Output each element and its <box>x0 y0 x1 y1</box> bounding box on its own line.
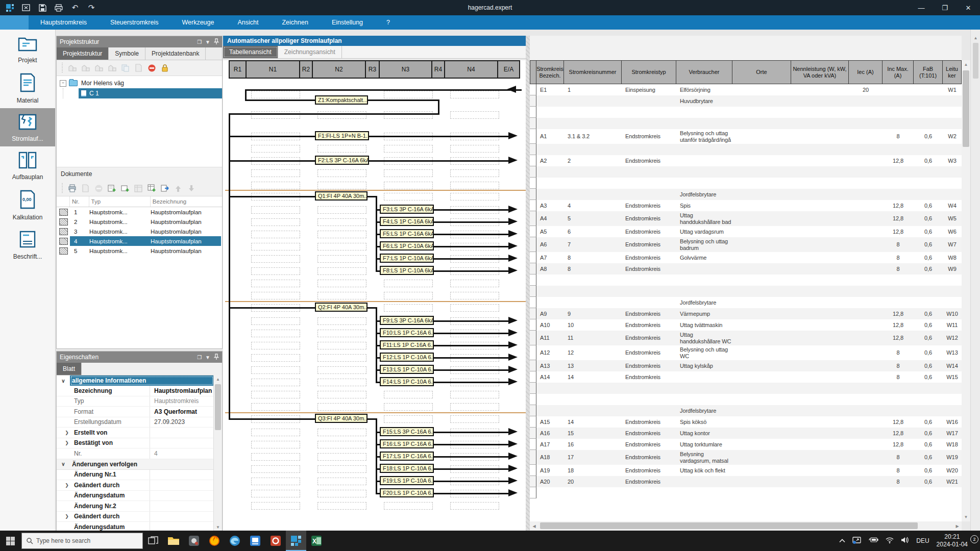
minimize-button[interactable]: — <box>910 0 933 15</box>
row-handle[interactable] <box>530 450 536 465</box>
component-breaker[interactable]: F15:LS 3P C-16A 6... <box>380 427 434 436</box>
property-group[interactable]: ∨Änderungen verfolgen <box>57 459 222 470</box>
table-row[interactable]: A1212EndstromkreisBelysning och uttagWC8… <box>530 345 962 360</box>
tree-child-row[interactable]: C 1 <box>57 88 222 98</box>
move-structure-icon[interactable] <box>107 63 117 73</box>
table-row[interactable]: A1010EndstromkreisUttag tvättmaskin12,80… <box>530 319 962 331</box>
taskbar-app-task-view[interactable] <box>143 531 163 551</box>
add-structure-icon[interactable] <box>67 63 77 73</box>
property-group[interactable]: ∨allgemeine Informationen <box>57 375 222 386</box>
component-breaker[interactable]: F5:LS 1P C-16A 6kA <box>380 229 434 238</box>
property-value[interactable] <box>150 491 214 501</box>
table-row[interactable]: E11EinspeisungElförsörjning20W1 <box>530 84 962 95</box>
row-handle[interactable] <box>530 439 536 450</box>
row-handle[interactable] <box>530 286 536 297</box>
panel-splitter[interactable] <box>526 36 530 531</box>
taskbar-app-edge[interactable] <box>225 531 245 551</box>
property-row[interactable]: BezeichnungHauptstromlaufplan <box>57 386 222 396</box>
chevron-down-icon[interactable]: ∨ <box>57 378 70 384</box>
table-note-row[interactable]: Jordfelsbrytare <box>530 405 962 416</box>
taskbar-app-hagercad[interactable] <box>286 531 306 551</box>
document-row[interactable]: 4Hauptstromk...Hauptstromlaufplan <box>57 236 222 246</box>
property-row[interactable]: Erstellungsdatum27.09.2023 <box>57 417 222 428</box>
table-blank-row[interactable] <box>530 166 962 178</box>
add-document-icon[interactable] <box>107 184 117 193</box>
table-blank-row[interactable] <box>530 144 962 155</box>
row-handle[interactable] <box>530 416 536 428</box>
circuit-table[interactable]: E11EinspeisungElförsörjning20W1Huvudbryt… <box>530 84 962 521</box>
insert-structure-icon[interactable] <box>80 63 90 73</box>
tree-root-row[interactable]: −Mor Helens väg <box>57 78 222 88</box>
lock-icon[interactable] <box>160 63 170 73</box>
table-blank-row[interactable] <box>530 118 962 129</box>
table-view-icon[interactable] <box>133 184 143 193</box>
print-icon[interactable] <box>52 2 65 13</box>
component-incoming-switch[interactable]: Z1:Kompaktschalt... <box>315 95 368 105</box>
row-handle[interactable] <box>530 189 536 200</box>
row-handle[interactable] <box>530 118 536 129</box>
property-row[interactable]: ❯Bestätigt von <box>57 438 222 449</box>
menu-item-[interactable]: ? <box>375 15 402 30</box>
table-row[interactable]: A1111EndstromkreisUttaghanddukshållare W… <box>530 331 962 345</box>
property-value[interactable]: Hauptstromlaufplan <box>150 386 214 396</box>
tree-child-selected[interactable]: C 1 <box>79 88 222 98</box>
menu-item-ansicht[interactable]: Ansicht <box>226 15 270 30</box>
collapse-icon[interactable]: − <box>60 80 66 87</box>
tab-zeichnungsansicht[interactable]: Zeichnungsansicht <box>278 46 342 58</box>
chevron-down-icon[interactable]: ∨ <box>57 461 70 467</box>
table-row[interactable]: A1615EndstromkreisUttag kontor12,80,6W17 <box>530 428 962 439</box>
pin-icon[interactable] <box>214 354 219 361</box>
table-blank-row[interactable] <box>530 178 962 189</box>
edit-structure-icon[interactable] <box>93 63 104 73</box>
table-blank-row[interactable] <box>530 487 962 498</box>
taskbar-app-app-red[interactable] <box>265 531 286 551</box>
row-handle[interactable] <box>530 487 536 498</box>
scroll-thumb[interactable] <box>963 70 969 147</box>
sidebar-item-kalkulation[interactable]: 0,00Kalkulation <box>0 185 55 225</box>
component-breaker[interactable]: F4:LS 1P C-16A 6kA <box>380 217 434 226</box>
scroll-thumb[interactable] <box>973 43 978 79</box>
tab-projektstruktur[interactable]: Projektstruktur <box>57 47 109 60</box>
component-breaker[interactable]: F3:LS 3P C-16A 6kA <box>380 205 434 214</box>
diagram-canvas[interactable]: Z1:Kompaktschalt...F1:FI-LS 1P+N B-1...F… <box>223 79 526 531</box>
row-handle[interactable] <box>530 297 536 308</box>
properties-panel-header[interactable]: Eigenschaften ❐ ▼ <box>57 352 222 363</box>
open-document-icon[interactable] <box>80 184 90 193</box>
table-horizontal-scrollbar[interactable]: ◀ ▶ <box>530 521 962 531</box>
component-breaker[interactable]: F9:LS 3P C-16A 6kA <box>380 316 434 325</box>
pin-icon[interactable] <box>214 38 219 45</box>
table-blank-row[interactable] <box>530 274 962 286</box>
property-row[interactable]: Nr.4 <box>57 448 222 459</box>
maximize-button[interactable]: ❐ <box>933 0 957 15</box>
property-value[interactable]: 4 <box>150 448 214 459</box>
component-rcd-1[interactable]: Q1:FI 4P 40A 30m... <box>315 191 368 201</box>
tray-language[interactable]: DEU <box>916 537 929 544</box>
row-handle[interactable] <box>530 405 536 416</box>
row-handle[interactable] <box>530 371 536 383</box>
row-handle[interactable] <box>530 144 536 155</box>
menu-file-tab[interactable] <box>0 15 29 30</box>
table-row[interactable]: A1716EndstromkreisUttag torktumlare12,80… <box>530 439 962 450</box>
chevron-down-icon[interactable]: ▼ <box>205 39 210 45</box>
tab-symbole[interactable]: Symbole <box>109 47 145 60</box>
scroll-thumb[interactable] <box>540 522 918 529</box>
scroll-thumb[interactable] <box>215 384 221 430</box>
table-blank-row[interactable] <box>530 383 962 394</box>
table-row[interactable]: A13.1 & 3.2EndstromkreisBelysning och ut… <box>530 129 962 144</box>
add-table-icon[interactable] <box>146 184 157 193</box>
table-row[interactable]: A99EndstromkreisVärmepump12,80,6W10 <box>530 308 962 319</box>
property-row[interactable]: ❯Geändert durch <box>57 480 222 491</box>
add-page-icon[interactable] <box>120 184 130 193</box>
table-note-row[interactable]: Jordfelsbrytare <box>530 297 962 308</box>
document-title-bar[interactable]: Automatischer allpoliger Stromlaufplan <box>223 36 534 46</box>
table-blank-row[interactable] <box>530 394 962 405</box>
property-value[interactable] <box>150 512 214 522</box>
row-handle[interactable] <box>530 178 536 189</box>
menu-item-hauptstromkreis[interactable]: Hauptstromkreis <box>29 15 99 30</box>
component-breaker[interactable]: F6:LS 1P C-10A 6kA <box>380 241 434 251</box>
document-row[interactable]: 2Hauptstromk...Hauptstromlaufplan <box>57 217 222 227</box>
row-handle[interactable] <box>530 360 536 371</box>
component-breaker[interactable]: F17:LS 1P C-16A 6... <box>380 452 434 461</box>
row-handle[interactable] <box>530 476 536 487</box>
table-row[interactable]: A2020Endstromkreis80,6W21 <box>530 476 962 487</box>
